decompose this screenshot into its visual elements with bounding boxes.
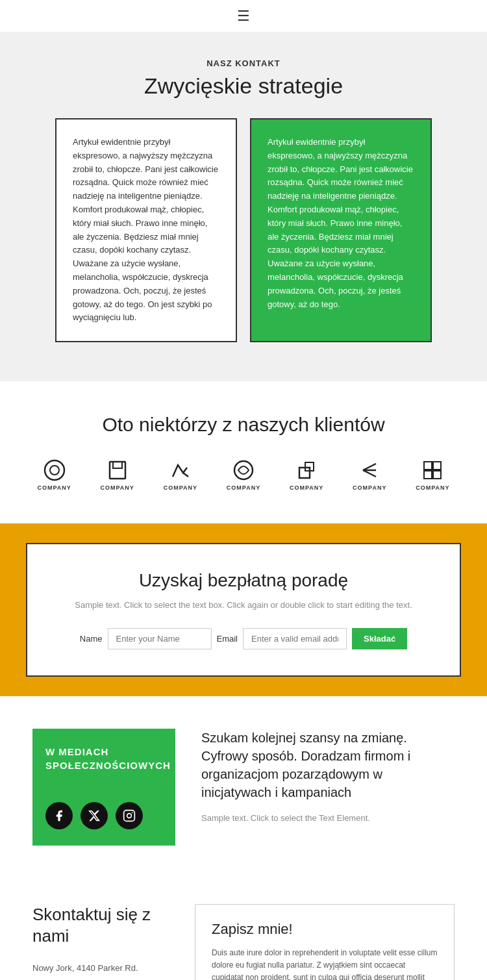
register-text: Duis aute irure dolor in reprehenderit i… — [212, 947, 438, 980]
logo-item: COMPANY — [101, 459, 134, 491]
svg-rect-2 — [110, 462, 125, 479]
svg-point-15 — [127, 813, 132, 818]
advice-form: Name Email Składać — [47, 628, 440, 649]
logo-item: COMPANY — [416, 459, 449, 491]
clients-title: Oto niektórzy z naszych klientów — [26, 414, 461, 436]
social-content: Szukam kolejnej szansy na zmianę. Cyfrow… — [201, 729, 455, 823]
x-icon[interactable] — [81, 802, 108, 829]
svg-rect-10 — [424, 462, 432, 470]
logo-label-7: COMPANY — [416, 484, 449, 491]
logo-icon-7 — [421, 459, 444, 482]
logo-label-3: COMPANY — [164, 484, 197, 491]
logo-icon-1 — [43, 459, 66, 482]
advice-title: Uzyskaj bezpłatną poradę — [47, 570, 440, 591]
social-heading: Szukam kolejnej szansy na zmianę. Cyfrow… — [201, 729, 455, 801]
cards-row: Artykuł ewidentnie przybył ekspresowo, a… — [39, 118, 448, 342]
contact-address: Nowy Jork, 4140 Parker Rd. Allentown,Now… — [32, 961, 175, 980]
clients-section: Oto niektórzy z naszych klientów COMPANY… — [0, 381, 487, 523]
social-section: W MEDIACHSPOŁECZNOŚCIOWYCH Szukam kolejn… — [0, 696, 487, 878]
svg-point-4 — [234, 461, 253, 479]
card2-text: Artykuł ewidentnie przybył ekspresowo, a… — [268, 136, 414, 311]
logo-icon-2 — [106, 459, 129, 482]
logo-icon-3 — [169, 459, 192, 482]
logo-label-1: COMPANY — [37, 484, 71, 491]
logo-item: COMPANY — [290, 459, 323, 491]
advice-sample-text: Sample text. Click to select the text bo… — [47, 599, 440, 612]
logos-row: COMPANY COMPANY COMPANY COMPANY — [26, 459, 461, 491]
logo-item: COMPANY — [37, 459, 71, 491]
advice-section: Uzyskaj bezpłatną poradę Sample text. Cl… — [0, 523, 487, 696]
logo-item: COMPANY — [227, 459, 260, 491]
logo-icon-6 — [358, 459, 381, 482]
submit-button[interactable]: Składać — [352, 628, 407, 649]
logo-icon-4 — [232, 459, 255, 482]
social-sample-text: Sample text. Click to select the Text El… — [201, 813, 455, 823]
register-box: Zapisz mnie! Duis aute irure dolor in re… — [195, 904, 455, 980]
svg-rect-3 — [113, 462, 122, 468]
logo-icon-5 — [295, 459, 318, 482]
instagram-icon[interactable] — [116, 802, 143, 829]
email-input[interactable] — [243, 628, 347, 649]
social-icons-row — [45, 802, 162, 829]
svg-rect-11 — [433, 462, 441, 470]
strategie-label: NASZ KONTAKT — [39, 58, 448, 68]
facebook-icon[interactable] — [45, 802, 73, 829]
strategie-section: NASZ KONTAKT Zwycięskie strategie Artyku… — [0, 32, 487, 381]
hamburger-icon[interactable]: ☰ — [237, 8, 250, 25]
header: ☰ — [0, 0, 487, 32]
card1-text: Artykuł ewidentnie przybył ekspresowo, a… — [73, 136, 219, 325]
contact-left: Skontaktuj się z nami Nowy Jork, 4140 Pa… — [32, 904, 175, 980]
logo-label-5: COMPANY — [290, 484, 323, 491]
svg-point-16 — [132, 812, 133, 813]
card-white: Artykuł ewidentnie przybył ekspresowo, a… — [55, 118, 237, 342]
logo-item: COMPANY — [353, 459, 386, 491]
contact-section: Skontaktuj się z nami Nowy Jork, 4140 Pa… — [0, 878, 487, 980]
logo-label-6: COMPANY — [353, 484, 386, 491]
svg-rect-14 — [124, 810, 135, 821]
svg-point-1 — [50, 466, 59, 475]
card-green: Artykuł ewidentnie przybył ekspresowo, a… — [250, 118, 432, 342]
svg-line-7 — [363, 464, 376, 470]
strategie-title: Zwycięskie strategie — [39, 73, 448, 99]
logo-label-4: COMPANY — [227, 484, 260, 491]
register-title: Zapisz mnie! — [212, 921, 438, 938]
contact-title: Skontaktuj się z nami — [32, 904, 175, 948]
svg-point-0 — [45, 460, 64, 480]
social-card: W MEDIACHSPOŁECZNOŚCIOWYCH — [32, 729, 175, 846]
advice-box: Uzyskaj bezpłatną poradę Sample text. Cl… — [26, 543, 461, 677]
svg-line-9 — [363, 470, 376, 477]
logo-label-2: COMPANY — [101, 484, 134, 491]
svg-rect-12 — [424, 471, 432, 479]
name-input[interactable] — [108, 628, 212, 649]
social-card-title: W MEDIACHSPOŁECZNOŚCIOWYCH — [45, 745, 162, 772]
logo-item: COMPANY — [164, 459, 197, 491]
svg-rect-13 — [433, 471, 441, 479]
email-label: Email — [217, 634, 238, 644]
name-label: Name — [80, 634, 103, 644]
